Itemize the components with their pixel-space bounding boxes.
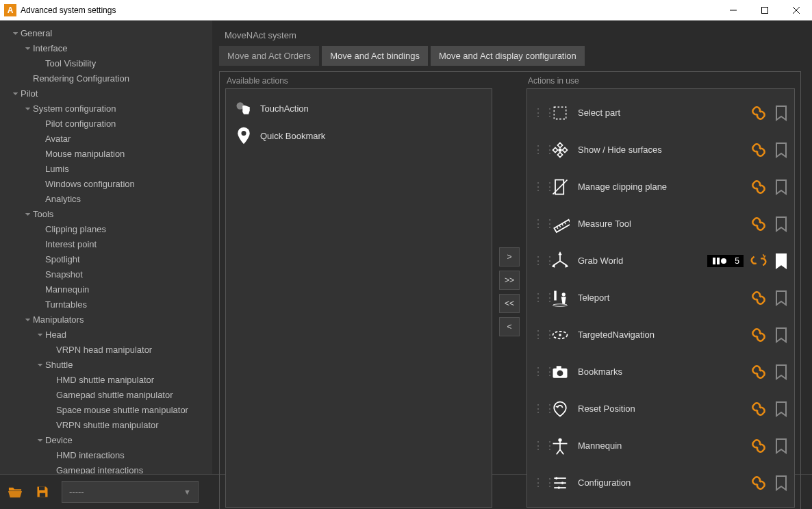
preset-select[interactable]: ----- ▼ [62, 481, 199, 503]
tree-item-gamepad-shuttle-manipulator[interactable]: Gamepad shuttle manipulator [3, 388, 212, 403]
bookmark-icon[interactable] [774, 362, 789, 382]
drag-handle-icon[interactable]: ⋮⋮ [533, 402, 542, 415]
inuse-action-measure-tool[interactable]: ⋮⋮Measure Tool [533, 206, 789, 243]
transfer-button-3[interactable]: < [499, 317, 520, 336]
drag-handle-icon[interactable]: ⋮⋮ [533, 143, 542, 156]
close-button[interactable] [781, 0, 812, 21]
tree-item-turntables[interactable]: Turntables [3, 297, 212, 312]
link-icon[interactable] [749, 399, 768, 419]
tree-item-lumis[interactable]: Lumis [3, 162, 212, 177]
tree-item-clipping-planes[interactable]: Clipping planes [3, 222, 212, 237]
drag-handle-icon[interactable]: ⋮⋮ [533, 439, 542, 452]
tree-item-analytics[interactable]: Analytics [3, 192, 212, 207]
drag-handle-icon[interactable]: ⋮⋮ [533, 365, 542, 378]
bookmark-icon[interactable] [774, 140, 789, 160]
link-icon[interactable] [749, 103, 768, 123]
tree-item-pilot-configuration[interactable]: Pilot configuration [3, 116, 212, 132]
drag-handle-icon[interactable]: ⋮⋮ [533, 106, 542, 119]
tree-item-rendering-configuration[interactable]: Rendering Configuration [3, 71, 212, 86]
tab-move-and-act-bindings[interactable]: Move and Act bindings [322, 46, 428, 66]
available-action-quick-bookmark[interactable]: Quick Bookmark [231, 122, 486, 149]
tree-item-label: Clipping planes [45, 223, 106, 236]
tree-item-tools[interactable]: ⏷Tools [3, 207, 212, 222]
actions-in-use-list[interactable]: ⋮⋮Select part⋮⋮Show / Hide surfaces⋮⋮Man… [526, 88, 795, 508]
tree-item-label: Avatar [45, 133, 71, 145]
bookmark-icon[interactable] [774, 399, 789, 419]
minimize-button[interactable] [718, 0, 749, 21]
tree-item-interface[interactable]: ⏷Interface [3, 41, 212, 56]
tree-item-mouse-manipulation[interactable]: Mouse manipulation [3, 147, 212, 162]
tree-item-tool-visibility[interactable]: Tool Visibility [3, 56, 212, 71]
drag-handle-icon[interactable]: ⋮⋮ [533, 328, 542, 341]
tree-item-interest-point[interactable]: Interest point [3, 237, 212, 252]
bookmark-icon[interactable] [774, 177, 789, 197]
bookmark-icon[interactable] [774, 288, 789, 308]
drag-handle-icon[interactable]: ⋮⋮ [533, 291, 542, 304]
link-icon[interactable] [749, 362, 768, 382]
titlebar: A Advanced system settings [0, 0, 812, 21]
inuse-action-configuration[interactable]: ⋮⋮Configuration [533, 464, 789, 501]
camera-icon [548, 360, 572, 384]
svg-rect-26 [554, 290, 557, 300]
settings-tree[interactable]: ⏷General⏷InterfaceTool VisibilityRenderi… [0, 21, 212, 474]
transfer-button-1[interactable]: >> [499, 271, 520, 290]
inuse-action-select-part[interactable]: ⋮⋮Select part [533, 95, 789, 132]
tree-item-pilot[interactable]: ⏷Pilot [3, 86, 212, 101]
inuse-action-targetednavigation[interactable]: ⋮⋮TargetedNavigation [533, 316, 789, 353]
bookmark-icon[interactable] [774, 325, 789, 345]
link-icon[interactable] [749, 473, 768, 493]
inuse-action-grab-world[interactable]: ⋮⋮Grab World5 [533, 243, 789, 280]
inuse-action-manage-clipping-plane[interactable]: ⋮⋮Manage clipping plane [533, 169, 789, 206]
tree-item-vrpn-head-manipulator[interactable]: VRPN head manipulator [3, 343, 212, 358]
inuse-action-show-hide-surfaces[interactable]: ⋮⋮Show / Hide surfaces [533, 132, 789, 169]
svg-point-6 [558, 148, 561, 151]
bookmark-icon[interactable] [774, 473, 789, 493]
inuse-action-reset-position[interactable]: ⋮⋮Reset Position [533, 390, 789, 427]
drag-handle-icon[interactable]: ⋮⋮ [533, 254, 542, 267]
link-icon[interactable] [749, 325, 768, 345]
tree-item-manipulators[interactable]: ⏷Manipulators [3, 312, 212, 327]
link-icon[interactable] [749, 436, 768, 456]
maximize-button[interactable] [749, 0, 781, 21]
drag-handle-icon[interactable]: ⋮⋮ [533, 180, 542, 193]
bookmark-icon[interactable] [774, 436, 789, 456]
available-actions-list[interactable]: TouchActionQuick Bookmark [225, 88, 492, 508]
link-icon[interactable] [749, 140, 768, 160]
tree-item-head[interactable]: ⏷Head [3, 327, 212, 343]
drag-handle-icon[interactable]: ⋮⋮ [533, 217, 542, 230]
tree-item-avatar[interactable]: Avatar [3, 132, 212, 147]
inuse-action-teleport[interactable]: ⋮⋮Teleport [533, 280, 789, 316]
bookmark-icon[interactable] [774, 214, 789, 234]
tab-move-and-act-orders[interactable]: Move and Act Orders [219, 46, 319, 66]
tree-item-mannequin[interactable]: Mannequin [3, 282, 212, 297]
tree-item-windows-configuration[interactable]: Windows configuration [3, 177, 212, 192]
bookmark-icon[interactable] [774, 103, 789, 123]
tree-item-space-mouse-shuttle-manipulator[interactable]: Space mouse shuttle manipulator [3, 403, 212, 418]
svg-marker-19 [552, 263, 555, 267]
chevron-down-icon: ⏷ [23, 103, 33, 115]
tree-item-general[interactable]: ⏷General [3, 26, 212, 41]
tree-item-shuttle[interactable]: ⏷Shuttle [3, 358, 212, 373]
bookmark-icon[interactable] [774, 251, 789, 271]
tree-item-system-configuration[interactable]: ⏷System configuration [3, 101, 212, 116]
tree-item-hmd-interactions[interactable]: HMD interactions [3, 448, 212, 463]
drag-handle-icon[interactable]: ⋮⋮ [533, 476, 542, 489]
link-icon[interactable] [749, 214, 768, 234]
tree-item-vrpn-shuttle-manipulator[interactable]: VRPN shuttle manipulator [3, 418, 212, 433]
tab-move-and-act-display-configuration[interactable]: Move and Act display configuration [431, 46, 585, 66]
open-folder-icon[interactable] [7, 484, 23, 500]
transfer-button-2[interactable]: << [499, 294, 520, 313]
transfer-button-0[interactable]: > [499, 247, 520, 266]
tree-item-spotlight[interactable]: Spotlight [3, 252, 212, 267]
link-icon[interactable] [749, 288, 768, 308]
save-icon[interactable] [34, 484, 51, 500]
inuse-action-bookmarks[interactable]: ⋮⋮Bookmarks [533, 353, 789, 390]
link-icon[interactable] [749, 177, 768, 197]
tree-item-snapshot[interactable]: Snapshot [3, 267, 212, 282]
available-action-touchaction[interactable]: TouchAction [231, 95, 486, 122]
link-icon[interactable] [749, 251, 768, 271]
tree-item-device[interactable]: ⏷Device [3, 433, 212, 448]
tree-item-gamepad-interactions[interactable]: Gamepad interactions [3, 463, 212, 474]
tree-item-hmd-shuttle-manipulator[interactable]: HMD shuttle manipulator [3, 373, 212, 388]
inuse-action-mannequin[interactable]: ⋮⋮Mannequin [533, 427, 789, 464]
